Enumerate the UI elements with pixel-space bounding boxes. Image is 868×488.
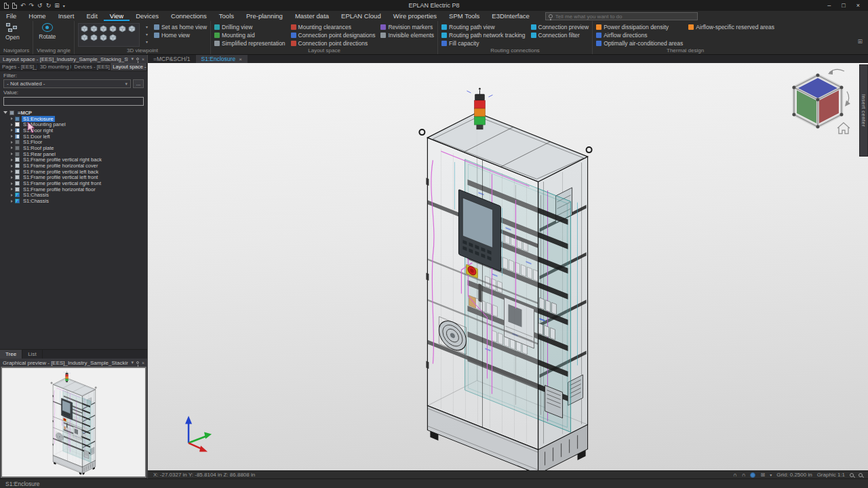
panel-close-icon[interactable]: × (142, 57, 144, 62)
graphic-scale[interactable]: Graphic 1:1 (817, 472, 845, 478)
tree-row-door-left[interactable]: S1:Door left (2, 134, 147, 140)
tab-close-icon[interactable]: × (239, 56, 242, 62)
tell-me-input[interactable] (555, 14, 694, 20)
optimally-air-conditioned-areas-button[interactable]: Optimally air-conditioned areas (596, 39, 683, 47)
connection-preview-button[interactable]: Connection preview (531, 23, 589, 30)
connection-filter-button[interactable]: Connection filter (531, 31, 589, 39)
face-view-icon[interactable] (109, 34, 117, 41)
viewpoint-grid[interactable] (78, 23, 140, 47)
expander-icon[interactable] (11, 141, 13, 144)
open-page-icon[interactable] (12, 3, 17, 9)
caret-icon[interactable]: ▾ (146, 39, 148, 44)
routing-path-view-button[interactable]: Routing path view (441, 23, 525, 30)
menu-e3dinterface[interactable]: E3DInterface (486, 11, 535, 21)
tree-row-frame-profile[interactable]: S1:Frame profile horizontal cover (2, 163, 147, 169)
zoom-in-icon[interactable] (850, 473, 854, 477)
rotate-right-icon[interactable]: ↻ (46, 2, 52, 9)
expander-icon[interactable] (11, 152, 13, 155)
undo-icon[interactable]: ↶ (20, 2, 26, 9)
airflow-directions-button[interactable]: Airflow directions (596, 31, 683, 39)
graphical-preview-canvas[interactable] (1, 367, 146, 478)
expander-open-icon[interactable] (3, 111, 7, 114)
caret-icon[interactable]: ▾ (146, 24, 148, 29)
tab-mcp-sch[interactable]: =MCP&SCH/1 (148, 55, 196, 63)
tab-devices[interactable]: Devices - [EES]_In... (72, 63, 111, 70)
zoom-out-icon[interactable] (859, 473, 863, 477)
tree-row-frame-profile[interactable]: S1:Frame profile vertical right front (2, 180, 147, 186)
tab-3d-mounting-layout[interactable]: 3D mounting lay... (38, 63, 72, 70)
menu-wire-properties[interactable]: Wire properties (387, 11, 443, 21)
tree-row-root[interactable]: =MCP (2, 110, 147, 116)
menu-spm-tools[interactable]: SPM Tools (443, 11, 486, 21)
menu-home[interactable]: Home (22, 11, 52, 21)
face-view-icon[interactable] (90, 34, 98, 41)
menu-devices[interactable]: Devices (130, 11, 165, 21)
grid-toggle-icon[interactable]: ⊞ (760, 472, 765, 478)
drilling-view-button[interactable]: Drilling view (214, 23, 285, 30)
caret-icon[interactable]: ▾ (146, 32, 148, 37)
tree-row-frame-profile[interactable]: S1:Frame profile vertical left back (2, 169, 147, 175)
grid-setting[interactable]: Grid: 0.2500 in (776, 472, 812, 478)
tree-row-chassis[interactable]: S1:Chassis (2, 198, 147, 204)
rotate-left-icon[interactable]: ↺ (37, 2, 43, 9)
panel-menu-caret-icon[interactable]: ▾ (131, 56, 134, 62)
expander-icon[interactable] (11, 182, 13, 185)
rotate-button[interactable]: Rotate (37, 22, 58, 47)
open-navigator-button[interactable]: Open (3, 22, 22, 47)
expander-icon[interactable] (11, 188, 13, 190)
redo-icon[interactable]: ↷ (29, 2, 35, 9)
expander-icon[interactable] (11, 176, 13, 179)
minimize-button[interactable]: – (827, 2, 831, 9)
simplified-representation-button[interactable]: Simplified representation (214, 39, 285, 47)
expander-icon[interactable] (11, 165, 13, 167)
invisible-elements-button[interactable]: Invisible elements (380, 31, 434, 39)
face-view-icon[interactable] (100, 34, 107, 41)
tell-me-search[interactable] (545, 12, 698, 20)
iso-view-icon[interactable] (128, 25, 136, 33)
customize-qat-caret-icon[interactable]: ▾ (63, 3, 65, 8)
tab-pages[interactable]: Pages - [EES]_Ind... (0, 63, 38, 70)
expander-icon[interactable] (11, 194, 13, 197)
mounting-clearances-button[interactable]: Mounting clearances (291, 23, 376, 30)
revision-markers-button[interactable]: Revision markers (380, 23, 434, 30)
viewport-3d[interactable]: Insert center (148, 63, 868, 470)
panel-pin-icon[interactable] (136, 361, 139, 364)
coordinate-system-icon[interactable] (750, 472, 755, 478)
close-button[interactable]: × (856, 2, 860, 9)
menu-eplan-cloud[interactable]: EPLAN Cloud (335, 11, 387, 21)
new-page-icon[interactable] (4, 3, 9, 9)
set-home-view-button[interactable]: Set as home view (154, 23, 207, 30)
list-tab[interactable]: List (22, 350, 42, 359)
expander-icon[interactable] (11, 135, 13, 138)
panel-pin-icon[interactable] (136, 58, 139, 60)
tree-row-roof-plate[interactable]: S1:Roof plate (2, 145, 147, 151)
airflow-specific-reserved-areas-button[interactable]: Airflow-specific reserved areas (688, 23, 774, 30)
maximize-button[interactable]: □ (842, 2, 845, 9)
menu-pre-planning[interactable]: Pre-planning (240, 11, 289, 21)
view-cube[interactable] (792, 74, 843, 129)
face-view-icon[interactable] (81, 34, 88, 41)
insert-center-tab[interactable]: Insert center (859, 64, 868, 157)
expander-icon[interactable] (11, 200, 13, 203)
expander-icon[interactable] (11, 117, 13, 120)
tree-row-frame-profile[interactable]: S1:Frame profile vertical right back (2, 157, 147, 163)
tree-row-floor[interactable]: S1:Floor (2, 139, 147, 145)
object-snap-icon[interactable]: ∩ (742, 472, 746, 478)
panel-menu-caret-icon[interactable]: ▾ (131, 360, 134, 365)
home-view-icon[interactable] (837, 123, 850, 134)
home-view-button[interactable]: Home view (154, 31, 207, 39)
menu-tools[interactable]: Tools (213, 11, 240, 21)
iso-view-icon[interactable] (100, 25, 107, 33)
menu-view[interactable]: View (104, 11, 130, 21)
ribbon-collapse-icon[interactable]: ⊞ (857, 38, 863, 45)
tree-row-frame-profile[interactable]: S1:Frame profile horizontal floor (2, 186, 147, 192)
expander-icon[interactable] (11, 146, 13, 149)
grid-caret-icon[interactable]: ▾ (770, 472, 772, 477)
fill-capacity-button[interactable]: Fill capacity (441, 39, 525, 47)
expander-icon[interactable] (11, 129, 13, 131)
iso-view-icon[interactable] (90, 25, 98, 33)
tab-layout-space[interactable]: Layout space - [E... (111, 63, 147, 70)
menu-insert[interactable]: Insert (52, 11, 81, 21)
tree-row-enclosure[interactable]: S1:Enclosure (2, 116, 147, 122)
menu-file[interactable]: File (0, 11, 22, 21)
